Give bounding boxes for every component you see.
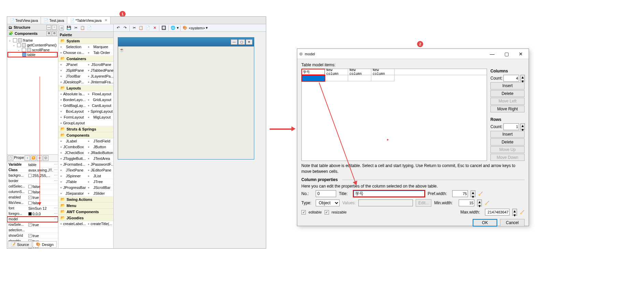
close-icon[interactable]: ✕ (514, 49, 528, 59)
property-value[interactable]: 255,255,... (27, 174, 53, 178)
palette-item[interactable]: ▫BorderLayo... (58, 97, 86, 103)
table-cell[interactable] (348, 75, 371, 81)
palette-item[interactable]: ▫CardLayout (86, 103, 114, 109)
column-header[interactable]: New column (325, 69, 348, 75)
palette-item[interactable]: ▫JScrollPane (86, 62, 114, 68)
property-value[interactable]: ✓true (27, 195, 53, 199)
tree-frame[interactable]: ⌄frame (8, 38, 57, 43)
table-cell-selected[interactable] (302, 75, 325, 81)
checkbox-icon[interactable]: ✓ (28, 196, 32, 199)
palette-category[interactable]: 📂JGoodies (58, 215, 113, 221)
back-icon[interactable]: ◁ (59, 26, 64, 30)
property-row[interactable]: model⋯ (7, 217, 58, 222)
palette-item[interactable]: ▫JLabel (58, 138, 86, 144)
palette-item[interactable]: ▫JPasswordF... (86, 162, 114, 167)
palette-item[interactable]: ▫createLabel... (58, 221, 86, 227)
tree-contentpane[interactable]: ⌄getContentPane() (8, 43, 57, 47)
reset-icon[interactable]: 🧹 (520, 210, 525, 215)
palette-item[interactable]: ▫JList (86, 173, 114, 179)
reset-icon[interactable]: 🧹 (478, 192, 483, 196)
copy-icon[interactable]: 📋 (138, 25, 144, 31)
property-row[interactable]: Classavax.swing.JT...⋯ (7, 167, 58, 173)
palette-category[interactable]: 📂Struts & Springs (58, 126, 113, 132)
property-value[interactable]: table (27, 163, 53, 167)
property-row[interactable]: showGrid✓true (7, 233, 58, 238)
palette-item[interactable]: ▫Selection (58, 44, 86, 50)
palette-item[interactable]: ▫JProgressBar (58, 185, 86, 191)
no-field[interactable] (316, 190, 336, 197)
palette-category[interactable]: 📂Components (58, 132, 113, 138)
move-right-button[interactable]: Move Right (490, 106, 525, 113)
palette-item[interactable]: ▫JTree (86, 179, 114, 185)
cut-icon[interactable]: ✂ (73, 25, 79, 31)
cancel-button[interactable]: Cancel (500, 219, 525, 226)
spinner-buttons[interactable]: ▲▼ (520, 75, 525, 82)
columns-delete-button[interactable]: Delete (490, 90, 525, 97)
min-width-spinner[interactable] (459, 199, 474, 206)
property-value[interactable]: SimSun 12 (27, 206, 53, 210)
palette-item[interactable]: ▫JSlider (86, 191, 114, 196)
palette-item[interactable]: ▫GridLayout (86, 97, 114, 103)
palette-item[interactable]: ▫GroupLayout (58, 120, 86, 126)
more-icon[interactable]: ⋯ (53, 173, 58, 178)
maximize-icon[interactable]: ▢ (238, 39, 245, 45)
palette-category[interactable]: 📂Layouts (58, 85, 113, 91)
tab-test[interactable]: 📄Test.java (41, 17, 67, 24)
prop-tab-icon[interactable]: 📋 (8, 155, 13, 161)
palette-item[interactable]: ▫FlowLayout (86, 91, 114, 97)
palette-item[interactable]: ▫JButton (86, 144, 114, 150)
edit-values-button[interactable]: Edit... (416, 199, 431, 207)
property-row[interactable]: rowSele...✓true (7, 222, 58, 228)
palette-item[interactable]: ▫JFormatted... (58, 162, 86, 167)
rows-delete-button[interactable]: Delete (490, 138, 525, 146)
more-icon[interactable]: ⋯ (53, 206, 58, 210)
property-row[interactable]: cellSelec...false (7, 184, 58, 189)
palette-item[interactable]: ▫Absolute la... (58, 91, 86, 97)
tree-table[interactable]: table (8, 52, 57, 57)
tab-tableview[interactable]: 📄*TableView.java✕ (67, 17, 111, 24)
palette-category[interactable]: 📂Containers (58, 56, 113, 62)
redo-icon[interactable]: ↷ (122, 25, 128, 31)
palette-item[interactable]: ▫JSpinner (58, 173, 86, 179)
maximize-icon[interactable]: ▢ (499, 49, 514, 59)
property-value[interactable]: avax.swing.JT... (27, 168, 53, 172)
tab-source[interactable]: 📝Source (8, 241, 32, 248)
palette-item[interactable]: ▫JEditorPane (86, 167, 114, 173)
palette-item[interactable]: ▫JScrollBar (86, 185, 114, 191)
type-combo[interactable]: Object (316, 199, 340, 206)
reset-icon[interactable]: 🧹 (485, 201, 489, 205)
twisty-icon[interactable]: ⌄ (9, 39, 12, 42)
checkbox-icon[interactable] (28, 201, 32, 205)
property-value[interactable]: 0,0,0 (27, 212, 53, 216)
save-icon[interactable]: 💾 (66, 25, 72, 31)
dropdown-arrow-icon[interactable]: ▾ (177, 26, 179, 30)
filter-icon[interactable]: 🔽 (31, 155, 36, 161)
property-row[interactable]: selection... (7, 228, 58, 233)
property-row[interactable]: enabled✓true (7, 195, 58, 200)
vars-icon[interactable]: ⓥ (43, 155, 48, 161)
tree-scrollpane[interactable]: ⌄scrollPane (8, 47, 57, 52)
rows-insert-button[interactable]: Insert (490, 131, 525, 138)
table-cell[interactable] (371, 75, 395, 81)
editable-checkbox[interactable] (301, 210, 306, 215)
property-row[interactable]: border⋯ (7, 178, 58, 184)
resizable-checkbox[interactable] (325, 210, 329, 215)
design-body[interactable]: ☕ (118, 46, 254, 159)
palette-category[interactable]: 📂Swing Actions (58, 196, 113, 203)
checkbox-icon[interactable] (28, 190, 32, 194)
checkbox-icon[interactable]: ✓ (28, 223, 32, 226)
palette-item[interactable]: ▫JRadioButton (86, 150, 114, 156)
globe-icon[interactable]: 🌐 (170, 25, 176, 31)
minimize-icon[interactable]: — (231, 39, 238, 45)
more-icon[interactable]: ⋯ (53, 162, 58, 167)
pref-width-spinner[interactable] (452, 190, 468, 197)
paste-icon[interactable]: 📄 (86, 25, 92, 31)
items-table[interactable]: 学号 New column New column New column ▸ (301, 69, 487, 161)
palette-item[interactable]: ▫BoxLayout (58, 109, 86, 114)
palette-item[interactable]: ▫Marquee (86, 44, 114, 50)
undo-icon[interactable]: ↶ (115, 25, 121, 31)
palette-item[interactable]: ▫JToggleButt... (58, 156, 86, 162)
palette-item[interactable]: ▫JToolBar (58, 73, 86, 79)
paste-icon[interactable]: 📄 (145, 25, 151, 31)
rows-count-spinner[interactable] (503, 123, 519, 130)
